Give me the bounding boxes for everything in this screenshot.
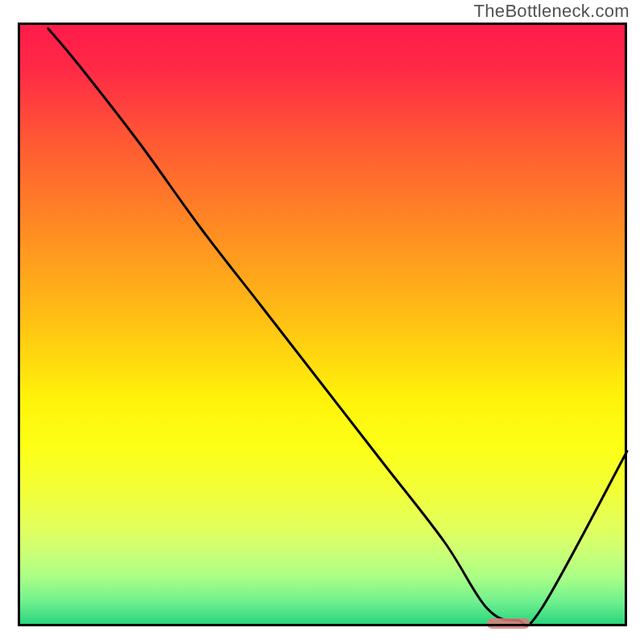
- watermark-text: TheBottleneck.com: [474, 1, 630, 22]
- frame-right: [625, 23, 627, 626]
- plot-area: [18, 23, 627, 626]
- frame-bottom: [18, 624, 627, 626]
- bottleneck-curve: [18, 23, 627, 626]
- chart-stage: TheBottleneck.com: [0, 0, 644, 644]
- frame-top: [18, 23, 627, 25]
- frame-left: [18, 23, 20, 626]
